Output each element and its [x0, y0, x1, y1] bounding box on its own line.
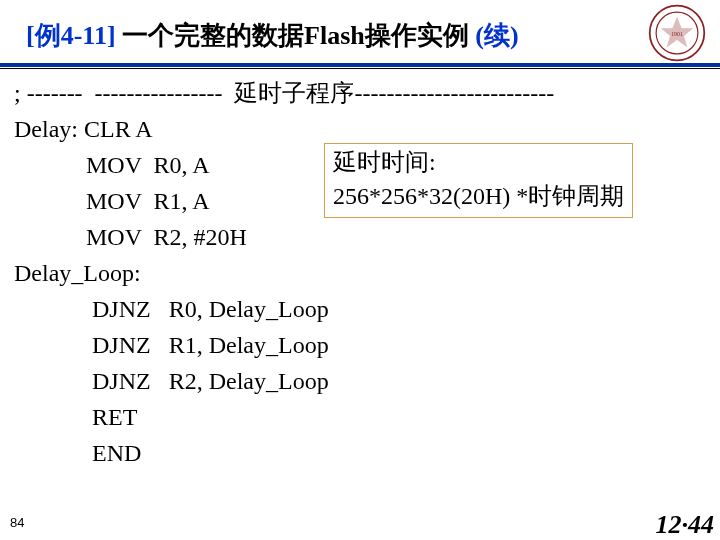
footer-timestamp: 12·44	[656, 510, 715, 540]
code-line-7: DJNZ R0, Delay_Loop	[14, 291, 706, 327]
annotation-line-2: 256*256*32(20H) *时钟周期	[333, 180, 624, 214]
code-line-2: Delay: CLR A	[14, 111, 706, 147]
page-number: 84	[10, 515, 24, 530]
title-main: 一个完整的数据Flash操作实例	[122, 21, 475, 50]
code-line-6: Delay_Loop:	[14, 255, 706, 291]
code-line-10: RET	[14, 399, 706, 435]
svg-text:1901: 1901	[671, 31, 683, 37]
code-line-5: MOV R2, #20H	[14, 219, 706, 255]
title-prefix: [例4-11]	[26, 21, 122, 50]
title-suffix: (续)	[475, 21, 518, 50]
code-line-9: DJNZ R2, Delay_Loop	[14, 363, 706, 399]
annotation-callout: 延时时间: 256*256*32(20H) *时钟周期	[324, 143, 633, 218]
code-line-11: END	[14, 435, 706, 471]
code-content: ; ------- ---------------- 延时子程序--------…	[0, 69, 720, 471]
slide-title: [例4-11] 一个完整的数据Flash操作实例 (续)	[26, 18, 720, 53]
slide-header: [例4-11] 一个完整的数据Flash操作实例 (续) 1901	[0, 0, 720, 59]
annotation-line-1: 延时时间:	[333, 146, 624, 180]
code-line-8: DJNZ R1, Delay_Loop	[14, 327, 706, 363]
code-line-1: ; ------- ---------------- 延时子程序--------…	[14, 75, 706, 111]
university-logo-icon: 1901	[648, 4, 706, 62]
